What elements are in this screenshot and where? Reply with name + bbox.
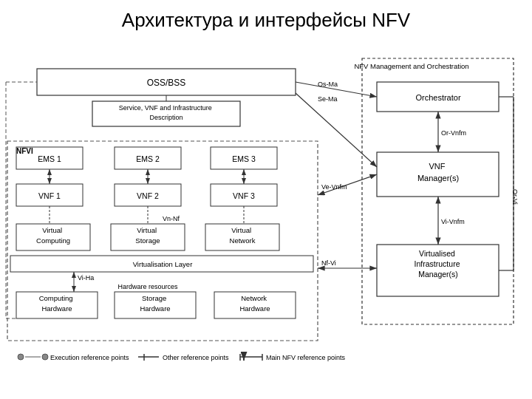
architecture-diagram: NFV Management and Orchestration Orchest… [0,38,532,378]
ems1-label: EMS 1 [38,154,61,163]
svg-point-44 [18,354,24,360]
network-hw-label: Network Hardware [239,294,270,313]
service-desc-label: Service, VNF and Infrastructure Descript… [119,104,214,121]
vnf1-label: VNF 1 [38,191,61,200]
nfvi-label: NFVI [16,147,33,155]
ems3-label: EMS 3 [232,154,256,163]
comp-hw-label: Computing Hardware [39,294,75,313]
page-title: Архитектура и интерфейсы NFV [0,0,532,36]
svg-line-26 [296,93,377,167]
storage-hw-label: Storage Hardware [140,294,170,313]
vnf3-label: VNF 3 [233,191,255,200]
svg-point-46 [42,354,48,360]
vnf-managers-label: VNF Manager(s) [417,162,459,183]
orchestrator-label: Orchestrator [415,93,460,102]
or-vnfm-label: Or-Vnfm [441,129,466,137]
vi-vnfm-label: Vi-Vnfm [441,218,465,225]
vim-label: Virtualised Infrastructure Manager(s) [415,249,463,279]
diagram-container: NFV Management and Orchestration Orchest… [0,38,532,378]
virt-network-label: Virtual Network [230,226,256,245]
virt-storage-label: Virtual Storage [135,226,160,245]
se-ma-label: Se-Ma [318,95,338,103]
os-ma-label: Os-Ma [318,81,338,88]
hw-resources-label: Hardware resources [117,283,178,290]
ve-vnfm-label: Ve-Vnfm [321,183,347,191]
vn-nf-label: Vn-Nf [163,215,180,222]
virt-layer-label: Virtualisation Layer [133,260,193,268]
vnf2-label: VNF 2 [137,191,159,200]
or-vi-label: Or-Vi [511,189,519,205]
main-nfv-legend: Main NFV reference points [266,354,346,361]
nfv-mgmt-label: NFV Management and Orchestration [354,62,468,70]
virt-computing-label: Virtual Computing [36,226,70,245]
nf-vi-label: Nf-Vi [321,259,336,267]
ems2-label: EMS 2 [136,154,160,163]
oss-bss-label: OSS/BSS [147,78,186,88]
exec-ref-legend: Execution reference points [50,354,129,361]
vi-ha-label: Vi-Ha [78,274,94,282]
other-ref-legend: Other reference points [163,354,229,361]
